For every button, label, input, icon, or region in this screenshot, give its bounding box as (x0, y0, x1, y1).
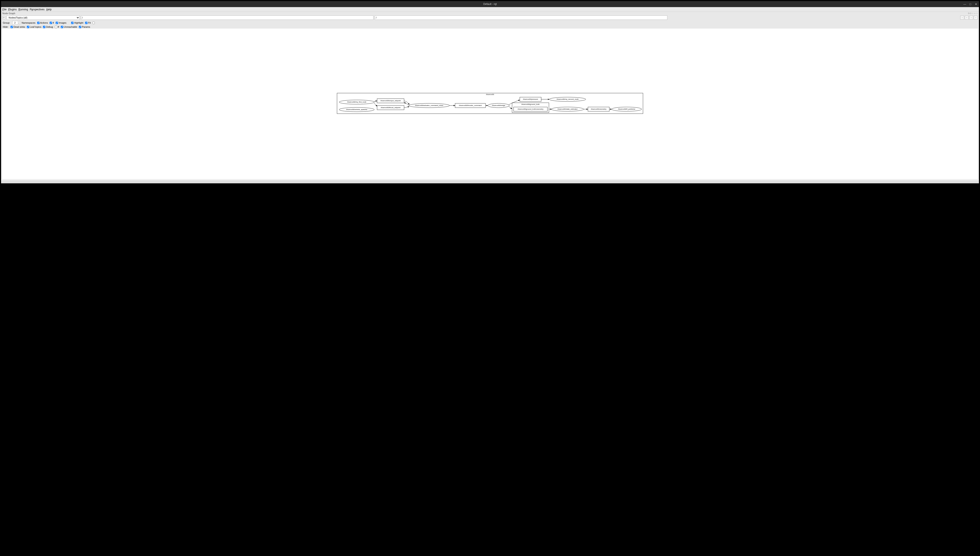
params-checkbox[interactable]: Params (79, 26, 90, 28)
close-button[interactable]: ✕ (974, 3, 978, 6)
unreachable-checkbox[interactable]: Unreachable (61, 26, 77, 28)
statusbar (1, 180, 979, 183)
refresh-icon[interactable]: ⟳ (2, 16, 5, 19)
panel-title: Node Graph (2, 12, 15, 15)
save-image-button[interactable]: ▫ (960, 16, 964, 19)
edge (374, 101, 377, 102)
edge (404, 101, 409, 105)
edge (404, 102, 409, 105)
leaf-topics-checkbox[interactable]: Leaf topics (27, 26, 41, 28)
window-title: Default - rqt (483, 3, 497, 6)
menu-file[interactable]: File (2, 8, 6, 11)
panel-close-icon[interactable]: ○ (977, 12, 978, 15)
svg-text:/bluerov00/thrust_setpoint: /bluerov00/thrust_setpoint (381, 107, 400, 108)
topic-filter-input[interactable] (375, 16, 667, 20)
hide-label: Hide: (3, 26, 8, 28)
actions-checkbox[interactable]: Actions (37, 21, 48, 24)
minimize-button[interactable]: — (963, 3, 967, 6)
edge (404, 107, 409, 108)
svg-text:/bluerov00/odometry: /bluerov00/odometry (591, 108, 607, 110)
group-label: Group: (3, 21, 10, 24)
svg-text:/bluerov00/state_estimator: /bluerov00/state_estimator (558, 108, 578, 110)
menubar: File Plugins Running Perspectives Help (1, 7, 979, 12)
svg-text:/bluerov00/my_second_node: /bluerov00/my_second_node (557, 98, 579, 100)
auto-fit-checkbox[interactable] (92, 22, 95, 24)
titlebar: Default - rqt — □ ✕ (1, 1, 979, 7)
maximize-button[interactable]: □ (969, 3, 972, 6)
namespaces-label: Namespaces (22, 21, 36, 24)
svg-text:/bluerov00/actuator_command_mi: /bluerov00/actuator_command_mixer (415, 105, 444, 107)
toolbar: ⟳ Nodes/Topics (all) ▫ ▫ ▫ ▫ (1, 15, 979, 20)
menu-help[interactable]: Help (46, 8, 52, 11)
namespace-depth-spinner[interactable]: ▲▼ (12, 21, 20, 25)
menu-running[interactable]: Running (18, 8, 28, 11)
panel-menu-icon[interactable]: — (974, 12, 976, 15)
cluster-ground-truth-label: /bluerov00/ground_truth (521, 103, 540, 105)
edge (509, 100, 520, 105)
images-checkbox[interactable]: Images (56, 21, 66, 24)
view-mode-select[interactable]: Nodes/Topics (all) (6, 16, 80, 20)
load-dot-button[interactable]: ▫ (974, 16, 978, 19)
edge (374, 103, 377, 107)
edge (509, 107, 512, 109)
cluster-bluerov00-label: /bluerov00 (486, 94, 494, 95)
hide-tf-checkbox[interactable]: tf (55, 26, 59, 28)
dead-sinks-checkbox[interactable]: Dead sinks (11, 26, 25, 28)
highlight-checkbox[interactable]: Highlight (71, 21, 83, 24)
debug-checkbox[interactable]: Debug (43, 26, 53, 28)
svg-text:/bluerov00/pressure: /bluerov00/pressure (523, 98, 538, 100)
group-row: Group: ▲▼ Namespaces Actions tf Images H… (1, 20, 979, 25)
panel-header: Node Graph D C ○ — ○ (1, 12, 979, 15)
tf-checkbox[interactable]: tf (50, 21, 54, 24)
graph-canvas[interactable]: /bluerov00 /bluerov00/ground_truth /blue… (2, 29, 978, 179)
node-graph-svg: /bluerov00 /bluerov00/ground_truth /blue… (3, 29, 977, 179)
menu-plugins[interactable]: Plugins (8, 8, 16, 11)
svg-text:/bluerov00/torque_setpoint: /bluerov00/torque_setpoint (381, 100, 401, 102)
svg-text:/bluerov00/ground_truth/odomet: /bluerov00/ground_truth/odometry (518, 108, 543, 110)
node-filter-input[interactable] (81, 16, 373, 20)
fit-checkbox[interactable]: Fit (85, 21, 91, 24)
svg-text:/bluerov00/bridge: /bluerov00/bridge (492, 105, 505, 107)
svg-text:/bluerov00/my_first_node: /bluerov00/my_first_node (347, 101, 366, 103)
svg-text:/bluerov00/thruster_command: /bluerov00/thruster_command (459, 105, 482, 107)
menu-perspectives[interactable]: Perspectives (30, 8, 45, 11)
svg-text:/bluerov00/tf_publisher: /bluerov00/tf_publisher (618, 108, 635, 110)
hide-row: Hide: Dead sinks Leaf topics Debug tf Un… (1, 25, 979, 29)
panel-dcgo-icon[interactable]: D C ○ (968, 12, 973, 15)
svg-text:/bluerov00/vehicle_spawner: /bluerov00/vehicle_spawner (346, 108, 367, 110)
save-svg-button[interactable]: ▫ (969, 16, 973, 19)
save-dot-button[interactable]: ▫ (965, 16, 969, 19)
